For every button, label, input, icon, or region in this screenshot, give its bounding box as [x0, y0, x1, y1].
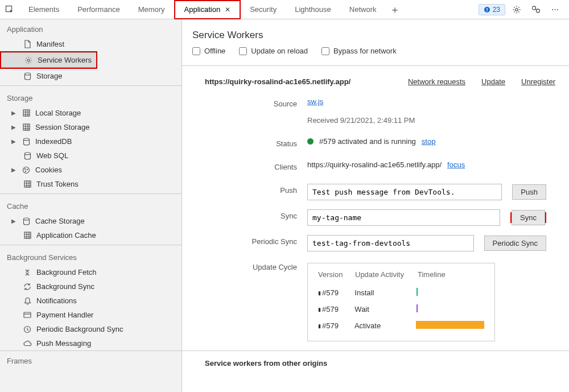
sync-button[interactable]: Sync	[512, 210, 545, 225]
clock-icon	[23, 325, 32, 333]
other-origins-heading: Service workers from other origins	[182, 350, 569, 376]
sidebar-item-periodic-sync[interactable]: Periodic Background Sync	[0, 322, 182, 336]
grid-icon	[23, 180, 32, 188]
periodic-sync-input[interactable]	[307, 235, 474, 251]
section-frames: Frames	[0, 350, 182, 371]
svg-rect-2	[486, 8, 487, 10]
status-label: Status	[182, 137, 307, 148]
svg-rect-20	[24, 312, 31, 317]
svg-point-18	[23, 218, 29, 220]
tab-memory[interactable]: Memory	[129, 0, 174, 19]
gear-icon[interactable]	[509, 2, 525, 18]
tab-network[interactable]: Network	[340, 0, 386, 19]
sidebar-item-notifications[interactable]: Notifications	[0, 294, 182, 308]
push-label: Push	[182, 184, 307, 195]
sidebar-item-indexeddb[interactable]: ▶IndexedDB	[0, 134, 182, 148]
sidebar-item-appcache[interactable]: Application Cache	[0, 228, 182, 242]
svg-rect-10	[23, 124, 30, 130]
chevron-right-icon: ▶	[11, 167, 17, 173]
page-title: Service Workers	[192, 30, 559, 41]
sidebar-item-storage[interactable]: Storage	[0, 69, 182, 83]
issues-count: 23	[493, 6, 500, 14]
grid-icon	[22, 109, 31, 117]
tab-application[interactable]: Application ✕	[174, 0, 241, 19]
sidebar-item-bg-fetch[interactable]: Background Fetch	[0, 265, 182, 279]
bypass-network-checkbox[interactable]: Bypass for network	[321, 47, 397, 55]
document-icon	[23, 40, 32, 48]
sidebar-item-manifest[interactable]: Manifest	[0, 37, 182, 51]
update-reload-checkbox[interactable]: Update on reload	[239, 47, 308, 55]
tab-lighthouse[interactable]: Lighthouse	[286, 0, 340, 19]
tab-elements[interactable]: Elements	[19, 0, 68, 19]
sidebar: Application Manifest Service Workers Sto…	[0, 19, 182, 392]
sidebar-item-cookies[interactable]: ▶Cookies	[0, 163, 182, 177]
sync-icon	[23, 283, 32, 291]
section-application: Application	[0, 19, 182, 37]
tab-performance[interactable]: Performance	[68, 0, 129, 19]
gear-icon	[24, 56, 33, 64]
offline-checkbox[interactable]: Offline	[192, 47, 225, 55]
svg-point-13	[23, 167, 30, 173]
sidebar-item-bg-sync[interactable]: Background Sync	[0, 279, 182, 294]
unregister-link[interactable]: Unregister	[521, 77, 555, 86]
grid-icon	[23, 232, 32, 239]
sidebar-item-local-storage[interactable]: ▶Local Storage	[0, 106, 182, 120]
chevron-right-icon: ▶	[11, 138, 17, 145]
sidebar-item-websql[interactable]: Web SQL	[0, 148, 182, 163]
update-link[interactable]: Update	[481, 77, 505, 86]
sync-input[interactable]	[307, 209, 500, 226]
chevron-right-icon: ▶	[11, 218, 17, 224]
status-text: #579 activated and is running	[319, 137, 416, 146]
cookie-icon	[22, 166, 31, 174]
fetch-icon	[23, 269, 32, 277]
more-icon[interactable]: ⋯	[547, 2, 563, 18]
svg-rect-19	[24, 232, 31, 238]
network-requests-link[interactable]: Network requests	[408, 77, 465, 86]
sidebar-item-trust-tokens[interactable]: Trust Tokens	[0, 177, 182, 191]
status-dot-icon	[307, 138, 314, 145]
svg-rect-3	[486, 11, 487, 11]
content-panel: Service Workers Offline Update on reload…	[182, 19, 569, 392]
stop-link[interactable]: stop	[422, 137, 436, 146]
received-text: Received 9/21/2021, 2:49:11 PM	[307, 116, 415, 125]
inspect-icon[interactable]	[0, 0, 19, 19]
svg-point-15	[27, 169, 27, 170]
svg-rect-17	[24, 181, 31, 187]
issues-badge[interactable]: 23	[479, 4, 505, 15]
clients-label: Clients	[182, 160, 307, 171]
cycle-row: ▮#579 Wait	[318, 301, 484, 317]
close-icon[interactable]: ✕	[225, 6, 230, 14]
feedback-icon[interactable]	[528, 2, 544, 18]
focus-link[interactable]: focus	[447, 160, 465, 169]
database-icon	[22, 138, 31, 146]
sidebar-item-session-storage[interactable]: ▶Session Storage	[0, 120, 182, 134]
sidebar-item-payment[interactable]: Payment Handler	[0, 308, 182, 322]
cloud-icon	[23, 340, 32, 346]
svg-point-14	[24, 168, 25, 169]
section-cache: Cache	[0, 196, 182, 214]
chevron-right-icon: ▶	[11, 124, 17, 130]
section-bg-services: Background Services	[0, 247, 182, 265]
sidebar-item-cache-storage[interactable]: ▶Cache Storage	[0, 214, 182, 228]
sidebar-item-service-workers[interactable]: Service Workers	[1, 52, 96, 68]
push-input[interactable]	[307, 184, 502, 200]
sidebar-item-push[interactable]: Push Messaging	[0, 336, 182, 350]
svg-point-11	[23, 138, 29, 141]
tab-application-label: Application	[184, 5, 221, 14]
update-cycle-label: Update Cycle	[182, 261, 307, 271]
toolbar-right: 23 ⋯	[479, 2, 569, 18]
database-icon	[22, 217, 31, 225]
periodic-sync-button[interactable]: Periodic Sync	[484, 236, 546, 251]
cycle-row: ▮#579 Install	[318, 284, 484, 301]
add-tab-icon[interactable]: ＋	[385, 0, 405, 19]
svg-point-12	[24, 152, 30, 155]
tab-security[interactable]: Security	[241, 0, 286, 19]
push-button[interactable]: Push	[512, 184, 546, 200]
source-file-link[interactable]: sw.js	[307, 97, 323, 106]
database-icon	[23, 72, 32, 80]
database-icon	[23, 152, 32, 160]
top-toolbar: Elements Performance Memory Application …	[0, 0, 569, 19]
svg-point-7	[27, 59, 30, 61]
chevron-right-icon: ▶	[11, 110, 17, 116]
sync-label: Sync	[182, 209, 307, 220]
